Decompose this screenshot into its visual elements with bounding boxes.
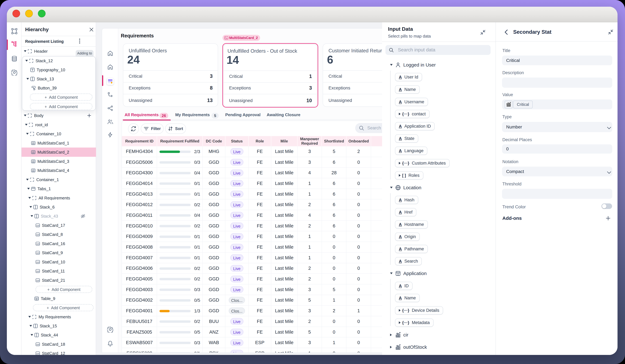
svg-text:123: 123 <box>36 270 39 272</box>
svg-text:123: 123 <box>32 169 34 171</box>
svg-text:123: 123 <box>36 261 39 263</box>
svg-text:123: 123 <box>36 252 39 254</box>
svg-text:123: 123 <box>36 353 39 355</box>
svg-text:123: 123 <box>32 151 34 152</box>
svg-text:123: 123 <box>32 142 34 143</box>
svg-text:123: 123 <box>32 160 34 162</box>
svg-text:123: 123 <box>36 343 39 345</box>
svg-text:123: 123 <box>36 225 39 227</box>
svg-text:123: 123 <box>36 234 39 236</box>
svg-text:123: 123 <box>36 280 39 281</box>
svg-text:123: 123 <box>36 243 39 245</box>
